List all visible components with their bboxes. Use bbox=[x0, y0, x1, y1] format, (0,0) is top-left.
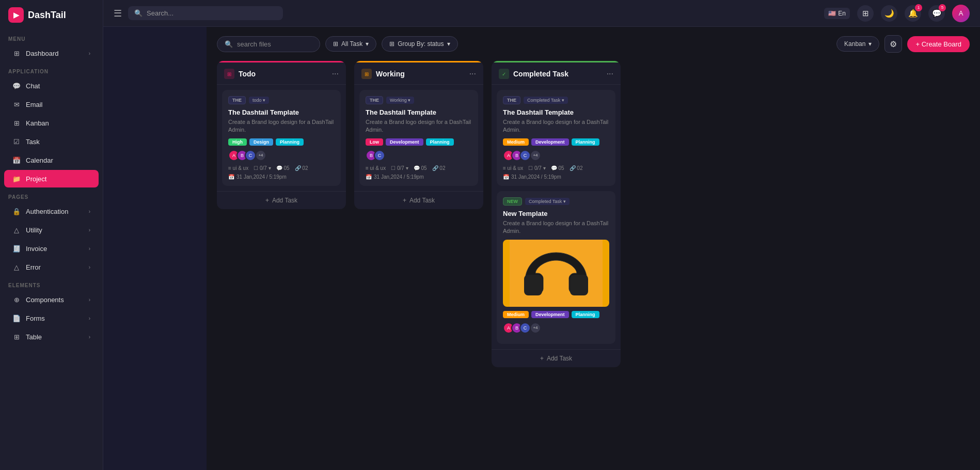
hamburger-icon[interactable]: ☰ bbox=[114, 8, 122, 19]
chevron-error-icon: › bbox=[89, 264, 90, 270]
date-value-c1: 31 Jan,2024 / 5:19pm bbox=[511, 174, 561, 180]
add-task-working[interactable]: + Add Task bbox=[354, 191, 483, 209]
settings-btn[interactable]: ⚙ bbox=[884, 35, 902, 53]
calendar-icon: 📅 bbox=[12, 156, 21, 164]
add-task-label-working: Add Task bbox=[409, 197, 435, 204]
sidebar-item-task[interactable]: ☑ Task bbox=[4, 133, 99, 150]
sidebar-item-email[interactable]: ✉ Email bbox=[4, 96, 99, 113]
task-filter-icon: ⊞ bbox=[333, 40, 338, 48]
notification-badge1: 1 bbox=[915, 4, 922, 11]
avatar-count-c2: +4 bbox=[530, 322, 541, 334]
topnav-right: 🇺🇸 En ⊞ 🌙 🔔 1 💬 5 A bbox=[824, 5, 970, 22]
add-task-label-completed: Add Task bbox=[547, 355, 572, 362]
sidebar-label-dashboard: Dashboard bbox=[26, 50, 59, 57]
sidebar-item-kanban[interactable]: ⊞ Kanban bbox=[4, 114, 99, 132]
sidebar-item-dashboard[interactable]: ⊞ Dashboard › bbox=[4, 44, 99, 62]
add-task-completed[interactable]: + Add Task bbox=[492, 349, 621, 367]
sidebar-item-authentication[interactable]: 🔒 Authentication › bbox=[4, 202, 99, 220]
sidebar-label-table: Table bbox=[26, 333, 42, 341]
notification-btn[interactable]: 🔔 1 bbox=[905, 5, 921, 22]
sidebar-logo[interactable]: ▶ DashTail bbox=[0, 0, 103, 30]
avatar-count-c1: +4 bbox=[530, 150, 541, 161]
column-title-todo: Todo bbox=[239, 70, 256, 78]
sidebar-item-table[interactable]: ⊞ Table › bbox=[4, 328, 99, 346]
card-labels-todo-1: High Design Planning bbox=[228, 138, 335, 146]
elements-section-label: ELEMENTS bbox=[0, 276, 103, 290]
card-tag-status-c1[interactable]: Completed Task ▾ bbox=[524, 97, 568, 104]
add-task-todo[interactable]: + Add Task bbox=[217, 191, 346, 209]
lang-selector[interactable]: 🇺🇸 En bbox=[824, 8, 850, 19]
logo-icon: ▶ bbox=[8, 7, 24, 23]
create-board-button[interactable]: + Create Board bbox=[907, 36, 970, 52]
grid-btn[interactable]: ⊞ bbox=[857, 5, 874, 22]
sidebar-label-kanban: Kanban bbox=[26, 119, 49, 127]
card-completed-1[interactable]: THE Completed Task ▾ The Dashtail Templa… bbox=[497, 90, 615, 186]
card-desc-todo-1: Create a Brand logo design for a DashTai… bbox=[228, 118, 335, 134]
chevron-invoice-icon: › bbox=[89, 246, 90, 252]
card-meta-working-1: ≡ ui & ux ☐ 0/7 ▾ 💬 05 🔗 02 bbox=[366, 165, 472, 171]
label-design: Design bbox=[249, 138, 273, 146]
card-tag-new-c2: NEW bbox=[503, 197, 522, 206]
column-menu-working[interactable]: ··· bbox=[469, 69, 476, 79]
card-title-completed-2: New Template bbox=[503, 210, 609, 217]
sidebar-item-chat[interactable]: 💬 Chat bbox=[4, 77, 99, 95]
components-icon: ⊕ bbox=[12, 295, 21, 304]
all-task-btn[interactable]: ⊞ All Task ▾ bbox=[325, 36, 376, 52]
search-files-input[interactable]: 🔍 search files bbox=[217, 36, 320, 52]
column-header-completed: ✓ Completed Task ··· bbox=[492, 62, 621, 85]
sidebar-label-utility: Utility bbox=[26, 226, 42, 234]
sidebar-item-calendar[interactable]: 📅 Calendar bbox=[4, 151, 99, 169]
sidebar-label-project: Project bbox=[26, 175, 46, 183]
sidebar-item-project[interactable]: 📁 Project bbox=[4, 170, 99, 187]
utility-icon: △ bbox=[12, 226, 21, 234]
chat-btn[interactable]: 💬 5 bbox=[928, 5, 945, 22]
svg-rect-1 bbox=[524, 275, 542, 295]
card-working-1[interactable]: THE Working ▾ The Dashtail Template Crea… bbox=[359, 90, 478, 186]
card-tag-the-working: THE bbox=[366, 96, 383, 104]
kanban-column-completed: ✓ Completed Task ··· THE Completed Task … bbox=[492, 61, 621, 367]
label-planning: Planning bbox=[276, 138, 304, 146]
label-medium-c2: Medium bbox=[503, 311, 529, 318]
search-icon: 🔍 bbox=[134, 9, 143, 17]
date-value-w: 31 Jan,2024 / 5:19pm bbox=[374, 174, 424, 180]
card-tag-status[interactable]: todo ▾ bbox=[249, 97, 269, 104]
column-menu-todo[interactable]: ··· bbox=[332, 69, 339, 79]
date-value: 31 Jan,2024 / 5:19pm bbox=[236, 174, 287, 180]
column-menu-completed[interactable]: ··· bbox=[607, 69, 613, 79]
card-tag-status-c2[interactable]: Completed Task ▾ bbox=[525, 198, 570, 205]
avatar-c2-3: C bbox=[519, 322, 531, 334]
task-icon: ☑ bbox=[12, 137, 21, 146]
sidebar-item-invoice[interactable]: 🧾 Invoice › bbox=[4, 240, 99, 257]
svg-rect-2 bbox=[570, 275, 588, 295]
project-icon: 📁 bbox=[12, 175, 21, 183]
topnav-search[interactable]: 🔍 Search... bbox=[128, 6, 283, 20]
lang-label: En bbox=[838, 10, 846, 17]
card-desc-completed-1: Create a Brand logo design for a DashTai… bbox=[503, 118, 609, 134]
avatar-count: +4 bbox=[255, 150, 266, 161]
avatar-3: C bbox=[245, 150, 256, 161]
sidebar-label-invoice: Invoice bbox=[26, 245, 47, 253]
sidebar-item-utility[interactable]: △ Utility › bbox=[4, 221, 99, 239]
theme-toggle[interactable]: 🌙 bbox=[881, 5, 897, 22]
application-section-label: APPLICATION bbox=[0, 62, 103, 76]
moon-icon: 🌙 bbox=[884, 9, 894, 18]
group-by-icon: ⊞ bbox=[389, 40, 394, 48]
kanban-view-select[interactable]: Kanban ▾ bbox=[836, 36, 879, 52]
chevron-auth-icon: › bbox=[89, 209, 90, 214]
meta-list: ≡ ui & ux bbox=[228, 165, 248, 171]
sidebar-item-error[interactable]: △ Error › bbox=[4, 258, 99, 276]
avatar-c3: C bbox=[519, 150, 531, 161]
user-avatar[interactable]: A bbox=[952, 5, 970, 22]
group-by-btn[interactable]: ⊞ Group By: status ▾ bbox=[382, 36, 457, 52]
label-planning-w: Planning bbox=[426, 138, 454, 146]
date-icon-w: 📅 bbox=[366, 174, 372, 180]
meta-link: 🔗 02 bbox=[295, 165, 308, 171]
sidebar-item-components[interactable]: ⊕ Components › bbox=[4, 291, 99, 308]
forms-icon: 📄 bbox=[12, 314, 21, 322]
sidebar-label-chat: Chat bbox=[26, 82, 40, 90]
card-completed-2[interactable]: NEW Completed Task ▾ New Template Create… bbox=[497, 191, 615, 344]
sidebar-item-forms[interactable]: 📄 Forms › bbox=[4, 309, 99, 327]
card-todo-1[interactable]: THE todo ▾ The Dashtail Template Create … bbox=[222, 90, 341, 186]
card-tag-status-working[interactable]: Working ▾ bbox=[386, 97, 414, 104]
label-medium-c1: Medium bbox=[503, 138, 529, 146]
